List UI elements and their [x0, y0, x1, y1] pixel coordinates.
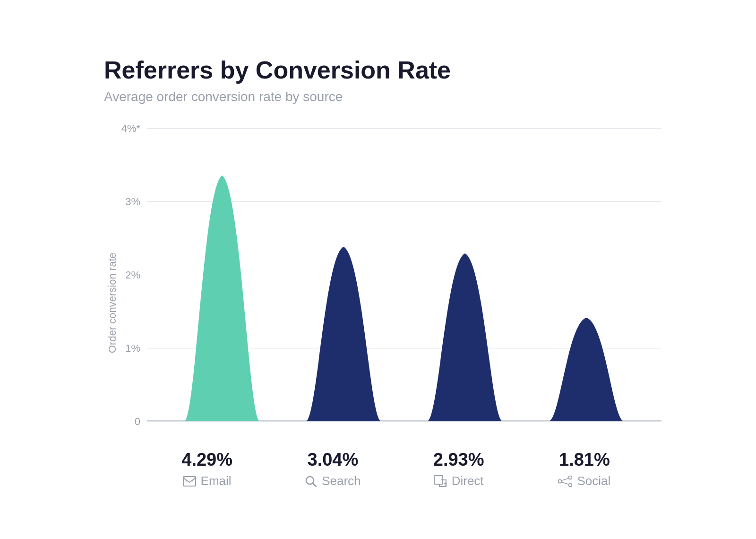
- legend-label-row-direct: Direct: [434, 474, 484, 488]
- grid-line: [147, 421, 662, 422]
- legend-value-social: 1.81%: [559, 450, 610, 470]
- svg-line-4: [313, 483, 316, 487]
- grid-label: 4%*: [121, 122, 147, 135]
- mountain-svg-email: [184, 175, 260, 421]
- bar-col-search: [283, 128, 404, 421]
- grid-label: 0: [121, 416, 147, 428]
- legend-text-direct: Direct: [452, 474, 484, 488]
- chart-area: Order conversion rate 4%*3%2%1%0: [104, 128, 662, 450]
- y-axis-label: Order conversion rate: [104, 128, 121, 450]
- direct-icon: [434, 475, 447, 487]
- chart-inner: 4%*3%2%1%0: [121, 128, 662, 450]
- svg-point-9: [569, 483, 572, 487]
- grid-label: 3%: [121, 196, 147, 208]
- svg-line-10: [561, 478, 569, 480]
- legend-text-email: Email: [201, 474, 232, 488]
- legend-value-email: 4.29%: [181, 450, 232, 470]
- svg-line-2: [192, 477, 196, 481]
- svg-line-1: [183, 477, 187, 481]
- legend-item-social: 1.81% Social: [522, 450, 647, 488]
- bar-col-social: [526, 128, 647, 421]
- grid-line-row: 0: [147, 421, 662, 422]
- legend-item-search: 3.04% Search: [270, 450, 395, 488]
- legend-area: 4.29% Email3.04% Search2.93% Direct1.81%…: [130, 450, 662, 488]
- chart-title: Referrers by Conversion Rate: [104, 57, 662, 84]
- legend-value-search: 3.04%: [308, 450, 359, 470]
- legend-text-social: Social: [577, 474, 610, 488]
- svg-rect-0: [183, 477, 196, 486]
- chart-container: Referrers by Conversion Rate Average ord…: [66, 28, 690, 511]
- search-icon: [305, 475, 317, 487]
- bars-area: [147, 128, 662, 421]
- svg-point-7: [558, 479, 562, 483]
- social-icon: [558, 476, 572, 487]
- legend-value-direct: 2.93%: [433, 450, 484, 470]
- mountain-svg-search: [306, 247, 381, 421]
- mountain-svg-social: [549, 318, 624, 421]
- bar-col-email: [161, 128, 283, 421]
- grid-label: 2%: [121, 269, 147, 281]
- bar-col-direct: [404, 128, 526, 421]
- email-icon: [183, 476, 196, 487]
- svg-line-11: [561, 482, 569, 484]
- legend-item-email: 4.29% Email: [144, 450, 270, 488]
- mountain-svg-direct: [427, 253, 503, 421]
- chart-subtitle: Average order conversion rate by source: [104, 89, 662, 104]
- legend-item-direct: 2.93% Direct: [396, 450, 522, 488]
- legend-label-row-social: Social: [558, 474, 610, 488]
- legend-label-row-email: Email: [183, 474, 232, 488]
- svg-point-8: [569, 476, 572, 479]
- legend-text-search: Search: [322, 474, 361, 488]
- legend-label-row-search: Search: [305, 474, 361, 488]
- grid-label: 1%: [121, 342, 147, 355]
